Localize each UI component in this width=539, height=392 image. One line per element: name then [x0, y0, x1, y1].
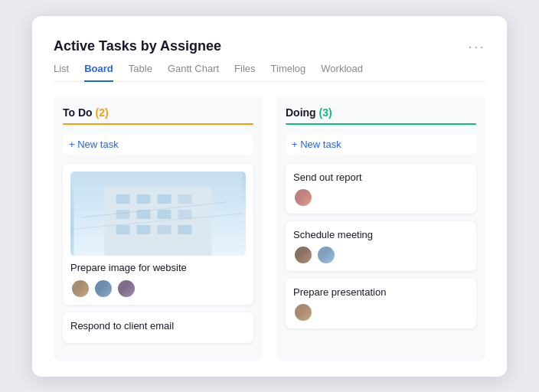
task-avatars-send-report [293, 188, 469, 207]
tab-bar: List Board Table Gantt Chart Files Timel… [54, 63, 485, 82]
avatar [316, 245, 336, 265]
svg-rect-11 [116, 225, 130, 234]
tab-table[interactable]: Table [129, 63, 152, 82]
column-todo-title: To Do [63, 106, 93, 119]
avatar [293, 245, 313, 265]
avatar [293, 302, 313, 322]
column-doing-title: Doing [286, 106, 316, 119]
card-header: Active Tasks by Assignee ··· [54, 38, 485, 55]
svg-rect-12 [137, 225, 151, 234]
task-title-prepare-image: Prepare image for website [70, 262, 246, 273]
column-todo: To Do (2) + New task [54, 96, 263, 361]
board-view: To Do (2) + New task [54, 96, 485, 361]
more-options-icon[interactable]: ··· [468, 38, 485, 55]
svg-rect-13 [158, 225, 172, 234]
svg-rect-14 [178, 225, 192, 234]
avatar [116, 279, 136, 299]
task-card-respond-client[interactable]: Respond to client email [63, 312, 253, 343]
task-card-prepare-image[interactable]: Prepare image for website [63, 164, 253, 305]
avatar [93, 279, 113, 299]
task-avatars-schedule-meeting [293, 245, 469, 265]
avatar [70, 279, 90, 299]
task-title-prepare-presentation: Prepare presentation [293, 286, 469, 298]
tab-list[interactable]: List [54, 63, 69, 82]
column-todo-header: To Do (2) [63, 106, 253, 119]
page-title: Active Tasks by Assignee [54, 38, 221, 54]
column-doing-header: Doing (3) [286, 106, 476, 119]
task-title-schedule-meeting: Schedule meeting [293, 229, 469, 240]
task-image [70, 172, 246, 256]
new-task-doing-button[interactable]: + New task [286, 134, 476, 155]
task-avatars-prepare-image [70, 279, 246, 299]
svg-rect-5 [158, 194, 172, 204]
task-card-schedule-meeting[interactable]: Schedule meeting [286, 221, 476, 271]
new-task-todo-button[interactable]: + New task [63, 134, 253, 155]
tab-workload[interactable]: Workload [321, 63, 363, 82]
tab-gantt-chart[interactable]: Gantt Chart [168, 63, 219, 82]
main-card: Active Tasks by Assignee ··· List Board … [32, 16, 507, 377]
svg-rect-6 [178, 194, 192, 204]
column-doing-count: (3) [319, 106, 332, 119]
svg-rect-10 [178, 210, 192, 219]
avatar [293, 188, 313, 207]
svg-rect-4 [137, 194, 151, 204]
svg-rect-3 [116, 194, 130, 204]
doing-divider [286, 123, 476, 125]
task-title-respond-client: Respond to client email [70, 320, 246, 332]
building-illustration [70, 172, 246, 256]
task-card-prepare-presentation[interactable]: Prepare presentation [286, 279, 476, 328]
column-doing: Doing (3) + New task Send out report Sch… [276, 96, 485, 361]
svg-rect-9 [158, 210, 172, 219]
svg-rect-7 [116, 210, 130, 219]
todo-divider [63, 123, 253, 125]
tab-files[interactable]: Files [234, 63, 255, 82]
task-avatars-prepare-presentation [293, 302, 469, 322]
tab-board[interactable]: Board [84, 63, 113, 82]
tab-timelog[interactable]: Timelog [271, 63, 306, 82]
task-title-send-report: Send out report [293, 172, 469, 183]
task-card-send-report[interactable]: Send out report [286, 164, 476, 214]
column-todo-count: (2) [96, 106, 109, 119]
